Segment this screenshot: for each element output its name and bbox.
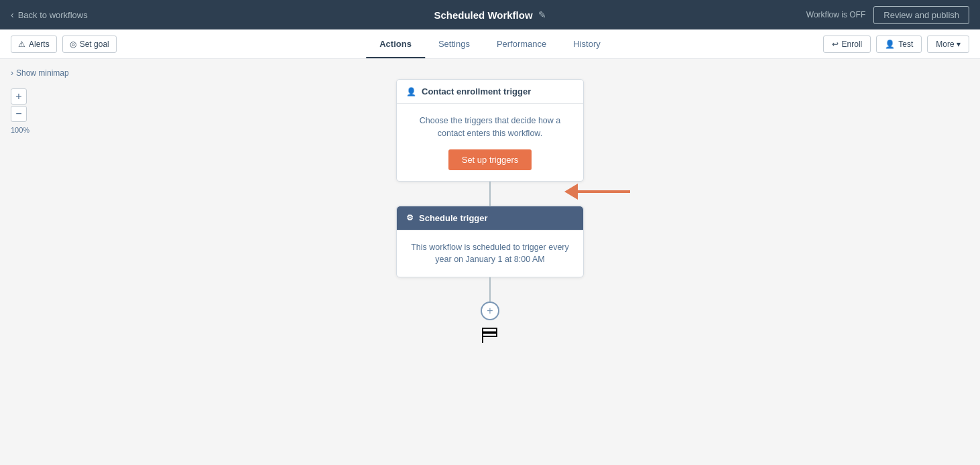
test-button[interactable]: 👤 Test xyxy=(876,36,922,53)
alert-icon: ⚠ xyxy=(18,40,25,49)
connector-line-1 xyxy=(489,182,491,206)
canvas-area: › Show minimap + − 100% 👤 Contact enroll… xyxy=(0,59,980,465)
set-goal-button[interactable]: ◎ Set goal xyxy=(62,36,117,53)
test-label: Test xyxy=(898,40,913,49)
nav-right-actions: ↩ Enroll 👤 Test More ▾ xyxy=(823,36,969,53)
schedule-trigger-description: This workflow is scheduled to trigger ev… xyxy=(410,241,570,267)
end-flag-icon: ⛿ xyxy=(481,325,499,346)
add-step-icon: + xyxy=(487,305,493,317)
end-flag: ⛿ xyxy=(481,324,499,346)
schedule-trigger-title: Schedule trigger xyxy=(419,213,488,223)
more-button[interactable]: More ▾ xyxy=(927,36,969,53)
tab-history[interactable]: History xyxy=(560,31,613,58)
arrow-head xyxy=(564,184,578,200)
enroll-icon: ↩ xyxy=(832,40,839,49)
edit-title-icon[interactable]: ✎ xyxy=(538,9,546,20)
arrow-annotation xyxy=(576,190,630,193)
workflow-status-label: Workflow is OFF xyxy=(806,10,865,19)
top-bar: ‹ Back to workflows Scheduled Workflow ✎… xyxy=(0,0,980,29)
top-bar-right: Workflow is OFF Review and publish xyxy=(806,6,969,24)
enroll-button[interactable]: ↩ Enroll xyxy=(823,36,871,53)
tab-performance[interactable]: Performance xyxy=(483,31,560,58)
nav-tabs: Actions Settings Performance History xyxy=(366,31,614,58)
set-goal-label: Set goal xyxy=(80,40,109,49)
workflow-title: Scheduled Workflow xyxy=(434,9,532,21)
workflow-canvas: 👤 Contact enrollment trigger Choose the … xyxy=(0,59,980,465)
nav-left-actions: ⚠ Alerts ◎ Set goal xyxy=(11,36,117,53)
secondary-nav: ⚠ Alerts ◎ Set goal Actions Settings Per… xyxy=(0,29,980,59)
alerts-label: Alerts xyxy=(29,40,50,49)
schedule-trigger-body: This workflow is scheduled to trigger ev… xyxy=(397,230,583,277)
connector-line-2 xyxy=(489,277,491,302)
enrollment-trigger-title: Contact enrollment trigger xyxy=(422,86,531,96)
schedule-trigger-card[interactable]: ⚙ Schedule trigger This workflow is sche… xyxy=(396,206,584,278)
workflow-title-area: Scheduled Workflow ✎ xyxy=(434,9,546,21)
person-icon: 👤 xyxy=(406,87,416,96)
alerts-button[interactable]: ⚠ Alerts xyxy=(11,36,57,53)
enroll-label: Enroll xyxy=(842,40,863,49)
setup-triggers-button[interactable]: Set up triggers xyxy=(448,149,532,170)
tab-actions[interactable]: Actions xyxy=(366,31,425,58)
schedule-trigger-header: ⚙ Schedule trigger xyxy=(397,206,583,230)
enrollment-trigger-body: Choose the triggers that decide how a co… xyxy=(397,104,583,181)
enrollment-trigger-description: Choose the triggers that decide how a co… xyxy=(410,115,570,140)
add-step-button[interactable]: + xyxy=(481,302,499,320)
back-to-workflows-link[interactable]: ‹ Back to workflows xyxy=(11,9,88,20)
enrollment-trigger-header: 👤 Contact enrollment trigger xyxy=(397,80,583,104)
review-publish-button[interactable]: Review and publish xyxy=(873,6,969,24)
gear-icon: ⚙ xyxy=(406,213,414,222)
arrow-body xyxy=(576,190,630,193)
goal-icon: ◎ xyxy=(70,40,76,49)
enrollment-trigger-card[interactable]: 👤 Contact enrollment trigger Choose the … xyxy=(396,79,584,182)
tab-settings[interactable]: Settings xyxy=(425,31,483,58)
back-link-label: Back to workflows xyxy=(18,10,88,20)
back-arrow-icon: ‹ xyxy=(11,9,14,20)
test-icon: 👤 xyxy=(885,40,895,49)
more-label: More ▾ xyxy=(936,40,961,49)
